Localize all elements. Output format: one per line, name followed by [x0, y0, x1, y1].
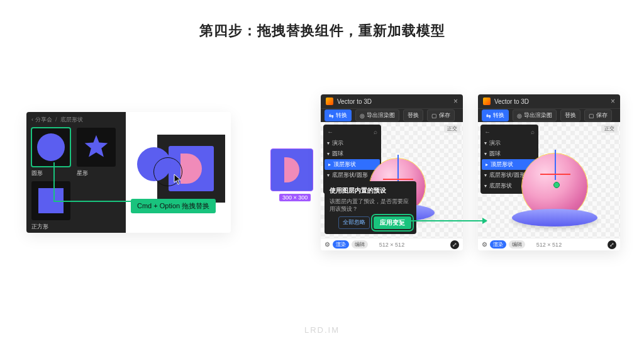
expand-icon[interactable]: ⤢	[608, 240, 616, 249]
asset-item-circle[interactable]: 圆形	[31, 128, 70, 177]
render-preview	[522, 154, 587, 225]
selection-size-badge: 300 × 300	[279, 194, 311, 201]
render-mode-chip[interactable]: 渲染	[333, 240, 349, 249]
breadcrumb-back-icon[interactable]: ‹	[31, 116, 33, 123]
star-icon	[82, 133, 110, 162]
save-icon: ▢	[589, 113, 594, 119]
breadcrumb[interactable]: ‹ 分享会 / 底层形状	[31, 116, 121, 124]
link-icon: ⇆	[486, 113, 491, 119]
ignore-all-button[interactable]: 全部忽略	[338, 216, 370, 229]
svg-marker-0	[85, 135, 108, 157]
asset-panel: ‹ 分享会 / 底层形状 圆形 星形 正方形	[26, 112, 126, 233]
replace-button[interactable]: 替换	[403, 109, 423, 121]
watermark: LRD.IM	[0, 325, 644, 335]
tree-row[interactable]: ▾圆球	[323, 148, 381, 159]
breadcrumb-current: 底层形状	[60, 116, 83, 123]
figma-canvas-mock: ‹ 分享会 / 底层形状 圆形 星形 正方形	[26, 112, 231, 233]
plugin-title: Vector to 3D	[494, 98, 529, 105]
breadcrumb-sep: /	[55, 116, 57, 123]
gear-icon[interactable]: ⚙	[325, 241, 330, 248]
plugin-panel-before: Vector to 3D × ⇆转换 ◎导出渲染图 替换 ▢保存 ←⌕ ▾演示 …	[321, 94, 463, 250]
render-size: 512 × 512	[379, 242, 404, 248]
gizmo-handle-icon[interactable]	[553, 182, 560, 188]
back-icon[interactable]: ←	[484, 128, 491, 135]
save-button[interactable]: ▢保存	[427, 109, 455, 121]
close-icon[interactable]: ×	[611, 97, 615, 106]
plugin-header[interactable]: Vector to 3D ×	[321, 94, 463, 108]
half-circle-icon	[180, 154, 202, 184]
plugin-toolbar: ⇆转换 ◎导出渲染图 替换 ▢保存	[478, 108, 620, 122]
tree-row-scene[interactable]: ▾演示	[323, 138, 381, 148]
save-icon: ▢	[431, 113, 437, 119]
render-size: 512 × 512	[536, 242, 562, 248]
popup-desc: 该图层内置了预设，是否需要应用该预设？	[330, 198, 411, 213]
link-icon: ⇆	[329, 113, 334, 119]
asset-label: 星形	[77, 169, 116, 177]
convert-button[interactable]: ⇆转换	[325, 109, 352, 121]
breadcrumb-root[interactable]: 分享会	[35, 116, 52, 123]
edit-mode-chip[interactable]: 编辑	[352, 240, 368, 249]
plugin-logo-icon	[326, 98, 333, 105]
search-icon[interactable]: ⌕	[531, 128, 535, 135]
gear-icon[interactable]: ⚙	[482, 241, 487, 248]
edit-mode-chip[interactable]: 编辑	[509, 240, 525, 249]
half-circle-icon	[284, 157, 299, 182]
tree-row-scene[interactable]: ▾演示	[480, 138, 538, 148]
plugin-header[interactable]: Vector to 3D ×	[478, 94, 620, 108]
search-icon[interactable]: ⌕	[374, 128, 377, 135]
replace-button[interactable]: 替换	[560, 109, 580, 121]
asset-item-square[interactable]: 正方形	[31, 181, 70, 231]
plugin-logo-icon	[483, 98, 491, 105]
asset-label: 圆形	[31, 169, 70, 177]
step-title: 第四步：拖拽替换组件，重新加载模型	[0, 21, 644, 40]
gizmo-axis-icon	[397, 155, 399, 185]
viewport-3d[interactable]: ←⌕ ▾演示 ▾圆球 ▸顶层形状 ▾底层形状/圆形 ▾底层形状 正交	[478, 122, 620, 238]
render-mode-chip[interactable]: 渲染	[490, 240, 506, 249]
export-button[interactable]: ◎导出渲染图	[355, 109, 399, 121]
canvas-area[interactable]	[126, 112, 231, 233]
plugin-title: Vector to 3D	[337, 98, 372, 105]
square-icon	[38, 188, 64, 213]
plugin-footer: ⚙ 渲染 编辑 512 × 512 ⤢	[321, 238, 463, 250]
popup-title: 使用图层内置的预设	[330, 186, 411, 195]
flow-arrow	[401, 220, 487, 221]
circle-icon	[37, 133, 65, 161]
back-icon[interactable]: ←	[327, 128, 333, 135]
asset-item-star[interactable]: 星形	[77, 128, 116, 177]
drag-hint-badge: Cmd + Option 拖拽替换	[131, 199, 216, 213]
projection-tag[interactable]: 正交	[444, 125, 460, 133]
apply-changes-button[interactable]: 应用变更	[374, 216, 411, 229]
gizmo-axis-icon	[555, 150, 556, 180]
convert-button[interactable]: ⇆转换	[482, 109, 509, 121]
asset-label: 正方形	[31, 223, 70, 231]
camera-icon: ◎	[517, 113, 522, 119]
expand-icon[interactable]: ⤢	[450, 240, 459, 249]
camera-icon: ◎	[360, 113, 365, 119]
close-icon[interactable]: ×	[453, 97, 458, 106]
plugin-toolbar: ⇆转换 ◎导出渲染图 替换 ▢保存	[321, 108, 463, 122]
selected-layer-swatch[interactable]	[270, 148, 313, 191]
plugin-footer: ⚙ 渲染 编辑 512 × 512 ⤢	[478, 238, 620, 250]
preset-popup: 使用图层内置的预设 该图层内置了预设，是否需要应用该预设？ 全部忽略 应用变更	[325, 181, 416, 234]
plugin-panel-after: Vector to 3D × ⇆转换 ◎导出渲染图 替换 ▢保存 ←⌕ ▾演示 …	[478, 94, 620, 250]
projection-tag[interactable]: 正交	[601, 125, 618, 133]
export-button[interactable]: ◎导出渲染图	[513, 109, 557, 121]
cursor-icon	[174, 174, 182, 185]
save-button[interactable]: ▢保存	[584, 109, 612, 121]
